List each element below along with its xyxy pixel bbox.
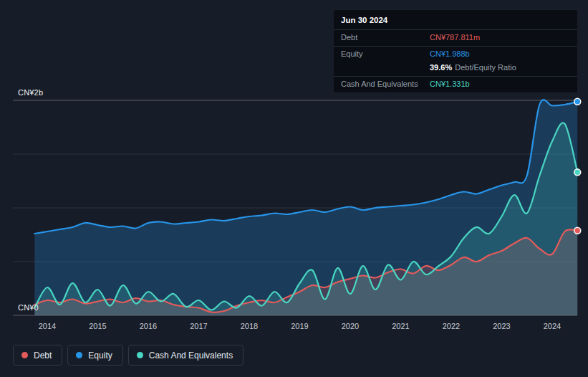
x-axis-label-2023: 2023 [486,322,518,330]
chart-legend: Debt Equity Cash And Equivalents [13,345,244,366]
x-axis-label-2014: 2014 [32,322,63,330]
x-axis-label-2019: 2019 [284,322,316,330]
x-axis: 2014201520162017201820192020202120222023… [0,322,588,332]
tooltip-ratio-value: 39.6%Debt/Equity Ratio [430,63,516,72]
legend-item-cash[interactable]: Cash And Equivalents [128,345,244,366]
tooltip-row-ratio: 39.6%Debt/Equity Ratio [334,62,577,76]
cash-series-dot-icon [137,352,143,358]
y-axis-label-zero: CN¥0 [18,303,39,312]
x-axis-label-2020: 2020 [334,322,366,330]
tooltip-row-equity: Equity CN¥1.988b [334,46,577,62]
tooltip-date: Jun 30 2024 [334,10,577,29]
x-axis-label-2022: 2022 [435,322,467,330]
y-axis-label-max: CN¥2b [18,88,43,97]
legend-item-equity[interactable]: Equity [67,345,122,366]
chart-tooltip: Jun 30 2024 Debt CN¥787.811m Equity CN¥1… [334,10,577,92]
legend-debt-label: Debt [34,350,52,361]
x-axis-label-2024: 2024 [536,322,568,330]
tooltip-debt-label: Debt [341,33,430,42]
tooltip-row-cash: Cash And Equivalents CN¥1.331b [334,76,577,92]
debt-equity-history-panel: CN¥2b CN¥0 20142015201620172018201920202… [0,0,588,377]
legend-item-debt[interactable]: Debt [13,345,62,366]
tooltip-row-debt: Debt CN¥787.811m [334,29,577,46]
x-axis-label-2021: 2021 [385,322,417,330]
x-axis-label-2016: 2016 [132,322,164,330]
x-axis-label-2015: 2015 [82,322,114,330]
legend-cash-label: Cash And Equivalents [149,350,233,361]
equity-series-dot-icon [76,352,82,358]
tooltip-equity-label: Equity [341,49,430,59]
debt-series-dot-icon [21,352,28,358]
legend-equity-label: Equity [88,350,112,361]
tooltip-cash-label: Cash And Equivalents [341,80,430,89]
x-axis-label-2018: 2018 [233,322,265,330]
tooltip-equity-value: CN¥1.988b [430,49,470,59]
tooltip-cash-value: CN¥1.331b [430,80,470,89]
tooltip-debt-value: CN¥787.811m [430,33,480,42]
x-axis-label-2017: 2017 [183,322,215,330]
